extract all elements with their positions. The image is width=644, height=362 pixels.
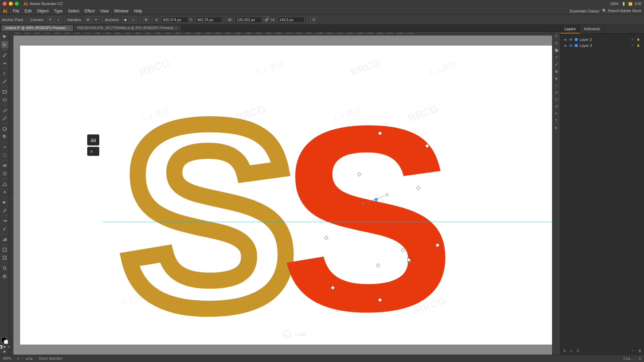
panel-new-layer-btn[interactable]: + (631, 348, 636, 353)
symbols-btn[interactable]: ✦ (553, 54, 559, 60)
pathfinder-btn[interactable]: ⊞ (553, 103, 559, 109)
convert-btn-1[interactable]: ⟳ (47, 16, 54, 23)
free-transform-tool[interactable] (1, 152, 8, 159)
paintbrush-tool[interactable] (1, 107, 8, 114)
hand-tool[interactable] (1, 273, 8, 280)
transform-panel-btn[interactable]: ⊡ (553, 96, 559, 102)
page-prev-btn[interactable]: ◀ (25, 357, 28, 360)
artboard-tool[interactable] (1, 246, 8, 253)
layer-expand-icon[interactable]: ▶ (565, 38, 567, 41)
gradient-panel-btn[interactable]: ◉ (553, 75, 559, 81)
link-btn[interactable]: 🔗 (263, 16, 270, 23)
menu-edit[interactable]: Edit (22, 9, 34, 13)
page-next-btn[interactable]: ▶ (31, 357, 33, 360)
swatches-btn[interactable]: ▣ (553, 68, 559, 74)
zoom-tool[interactable] (1, 264, 8, 272)
panel-collect-btn[interactable]: ⊟ (575, 348, 581, 353)
menu-type[interactable]: Type (51, 9, 65, 13)
anchors-btn-2[interactable]: ◇ (130, 16, 137, 23)
panel-locate-btn[interactable]: ◎ (569, 348, 574, 353)
direct-selection-tool[interactable] (1, 41, 8, 48)
close-button[interactable] (3, 2, 7, 6)
tab-layers[interactable]: Layers (560, 25, 580, 34)
type-tool[interactable]: T (1, 70, 8, 77)
properties-btn[interactable]: ⊞ (553, 40, 559, 46)
layer-expand-icon-3[interactable]: ▶ (565, 44, 567, 47)
layers-panel-btn[interactable]: ☰ (553, 33, 559, 39)
tab-close-1[interactable]: ✕ (175, 26, 177, 30)
menu-select[interactable]: Select (65, 9, 82, 13)
canvas-area[interactable]: RRCG 八人素材 RRCG 人人素材 RRCG 八人素材 人人素材 RRCG … (13, 36, 560, 355)
menu-window[interactable]: Window (111, 9, 131, 13)
zoom-control[interactable]: ▼ (3, 357, 20, 360)
selection-tool[interactable] (1, 33, 8, 40)
tab-presentacion[interactable]: PRESENTACION_VECTORAMA.ai @ 25% (RGB/GPU… (74, 25, 181, 31)
symbol-sprayer-tool[interactable] (1, 225, 8, 233)
anchors-btn-1[interactable]: ◆ (122, 16, 129, 23)
workspace-selector[interactable]: Essentials Classic (570, 9, 600, 13)
slice-tool[interactable] (1, 254, 8, 261)
warp-tool[interactable] (1, 143, 8, 151)
panel-make-clip-btn[interactable]: ⊞ (562, 348, 567, 353)
zoom-dropdown-icon[interactable]: ▼ (17, 357, 20, 360)
none-mode-btn[interactable]: ⊘ (7, 345, 10, 349)
status-settings-btn[interactable]: ⚙ (638, 357, 641, 360)
blend-tool[interactable] (1, 217, 8, 225)
search-stock[interactable]: 🔍 Search Adobe Stock (602, 9, 641, 13)
libraries-btn[interactable]: 📚 (553, 47, 559, 53)
ellipse-tool[interactable] (1, 96, 8, 104)
maximize-button[interactable] (15, 2, 19, 6)
fill-color[interactable] (1, 337, 8, 344)
layer-lock-3[interactable]: 🔒 (637, 44, 640, 47)
screen-mode-btn[interactable]: ▣ (3, 350, 6, 353)
convert-btn-2[interactable]: ⌅ (55, 16, 62, 23)
menu-view[interactable]: View (98, 9, 112, 13)
perspective-tool[interactable] (1, 180, 8, 188)
layer-lock-2[interactable]: 🔒 (637, 38, 640, 41)
y-input[interactable] (196, 17, 222, 23)
tab-artboards[interactable]: Artboards (580, 25, 604, 34)
gradient-tool[interactable] (1, 199, 8, 206)
rotate-tool[interactable] (1, 125, 8, 132)
pen-tool[interactable] (1, 51, 8, 59)
menu-help[interactable]: Help (131, 9, 145, 13)
w-input[interactable] (235, 17, 262, 23)
shape-builder-tool[interactable] (1, 162, 8, 169)
layer-visibility-3[interactable] (569, 44, 573, 48)
minimize-button[interactable] (9, 2, 13, 6)
eyedropper-tool[interactable] (1, 207, 8, 214)
appearance-btn[interactable]: ◇ (553, 82, 559, 88)
character-btn[interactable]: A (553, 110, 559, 116)
layer-options-2[interactable]: ⊙ (631, 38, 635, 41)
layer-visibility-2[interactable] (569, 38, 573, 42)
menu-effect[interactable]: Effect (82, 9, 97, 13)
handles-btn-2[interactable]: ✦ (93, 16, 99, 23)
x-input[interactable] (161, 17, 188, 23)
h-input[interactable] (278, 17, 305, 23)
align-panel-btn[interactable]: ⊟ (553, 89, 559, 95)
scale-tool[interactable] (1, 133, 8, 140)
transform-btn[interactable]: ⊡ (310, 16, 317, 23)
tab-untitled[interactable]: Untitled-6* @ 400% (RGB/GPU Preview) ✕ (1, 25, 73, 31)
gradient-mode-btn[interactable]: ▣ (3, 345, 6, 349)
menu-object[interactable]: Object (34, 9, 51, 13)
curvature-tool[interactable] (1, 59, 8, 67)
tab-close-0[interactable]: ✕ (67, 26, 70, 30)
brushes-btn[interactable]: 🖌 (553, 61, 559, 67)
normal-mode-btn[interactable]: ■ (0, 345, 2, 349)
panel-delete-layer-btn[interactable]: 🗑 (637, 348, 643, 353)
align-btn[interactable]: ⊞ (143, 16, 149, 23)
zoom-input[interactable] (3, 357, 16, 360)
line-tool[interactable] (1, 78, 8, 85)
layer-row-3[interactable]: ▶ Layer 3 ⊙ 🔒 (563, 43, 641, 49)
graph-tool[interactable] (1, 236, 8, 243)
mesh-tool[interactable] (1, 188, 8, 196)
color-panel-btn[interactable]: ◐ (553, 124, 559, 130)
paragraph-btn[interactable]: ¶ (553, 117, 559, 123)
rectangle-tool[interactable] (1, 88, 8, 96)
menu-file[interactable]: File (10, 9, 22, 13)
pencil-tool[interactable] (1, 115, 8, 122)
layer-options-3[interactable]: ⊙ (631, 44, 635, 47)
live-paint-tool[interactable] (1, 170, 8, 177)
layer-row-2[interactable]: ▶ Layer 2 ⊙ 🔒 (563, 37, 641, 43)
